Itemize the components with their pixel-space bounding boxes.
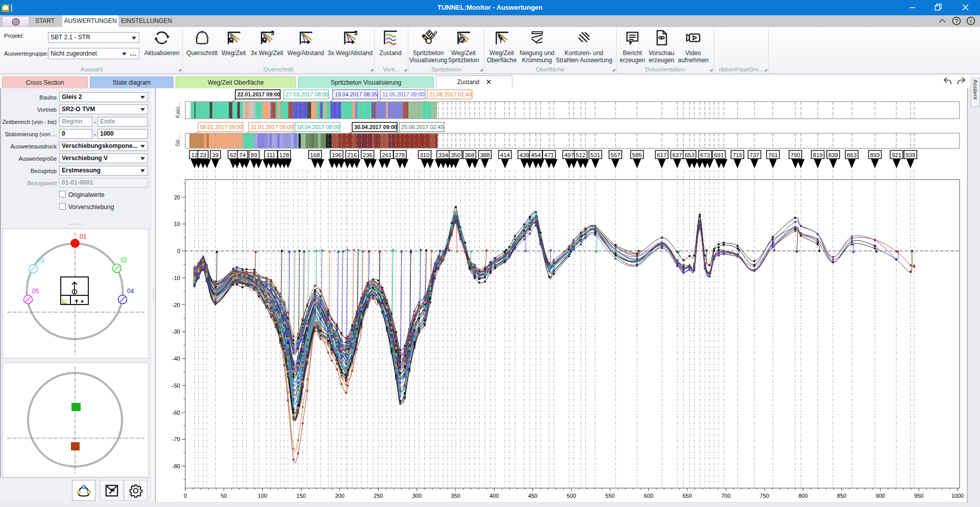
svg-text:Kalo...: Kalo... — [175, 102, 181, 118]
svg-text:-20: -20 — [172, 302, 180, 308]
svg-text:512: 512 — [576, 152, 585, 158]
svg-text:761: 761 — [768, 152, 778, 158]
svg-text:89: 89 — [251, 152, 257, 158]
svg-text:Str...: Str... — [175, 135, 181, 147]
svg-text:1000: 1000 — [951, 493, 964, 499]
svg-text:-30: -30 — [172, 328, 180, 335]
svg-text:25.06.2017 02:45: 25.06.2017 02:45 — [401, 124, 444, 130]
svg-text:939: 939 — [905, 152, 915, 158]
svg-text:11.05.2017 09:00: 11.05.2017 09:00 — [382, 91, 424, 97]
svg-text:100: 100 — [258, 493, 267, 499]
svg-text:863: 863 — [847, 152, 856, 158]
svg-text:-70: -70 — [172, 436, 180, 442]
svg-text:300: 300 — [412, 493, 422, 499]
svg-text:01: 01 — [80, 233, 87, 240]
svg-text:388: 388 — [480, 152, 489, 158]
svg-text:261: 261 — [382, 152, 391, 158]
svg-text:900: 900 — [876, 493, 885, 499]
svg-text:236: 236 — [363, 152, 373, 158]
svg-text:310: 310 — [420, 152, 429, 158]
svg-text:3: 3 — [354, 29, 357, 37]
svg-text:750: 750 — [760, 493, 769, 499]
svg-text:550: 550 — [605, 493, 615, 499]
svg-text:531: 531 — [591, 152, 600, 158]
svg-text:497: 497 — [564, 152, 574, 158]
svg-text:-40: -40 — [172, 356, 180, 362]
svg-text:600: 600 — [644, 493, 653, 499]
svg-text:414: 414 — [500, 152, 510, 158]
svg-text:31.01.2017 09:00: 31.01.2017 09:00 — [251, 124, 293, 130]
svg-text:50: 50 — [220, 493, 227, 499]
svg-text:715: 715 — [732, 152, 742, 158]
svg-text:03: 03 — [37, 257, 44, 264]
svg-text:74: 74 — [239, 152, 246, 158]
svg-text:673: 673 — [700, 152, 710, 158]
svg-text:557: 557 — [610, 152, 620, 158]
svg-text:839: 839 — [828, 152, 838, 158]
svg-text:850: 850 — [837, 493, 846, 499]
svg-text:-80: -80 — [172, 463, 180, 469]
svg-text:278: 278 — [395, 152, 405, 158]
svg-text:350: 350 — [451, 152, 460, 158]
svg-text:18.04.2017 08:00: 18.04.2017 08:00 — [297, 124, 339, 130]
svg-text:21.06.2017 01:43: 21.06.2017 01:43 — [429, 91, 472, 97]
svg-text:02: 02 — [120, 257, 128, 264]
svg-text:691: 691 — [714, 152, 724, 158]
svg-text:-10: -10 — [172, 275, 180, 281]
svg-text:0: 0 — [184, 493, 187, 499]
svg-text:790: 790 — [791, 152, 800, 158]
svg-text:150: 150 — [297, 493, 306, 499]
svg-text:800: 800 — [798, 493, 807, 499]
svg-text:585: 585 — [632, 152, 642, 158]
svg-text:30.04.2017 09:00: 30.04.2017 09:00 — [354, 124, 397, 130]
svg-text:250: 250 — [374, 493, 383, 499]
svg-text:62: 62 — [230, 152, 236, 158]
svg-text:20: 20 — [174, 194, 180, 200]
svg-text:@: @ — [13, 19, 18, 24]
svg-text:0: 0 — [177, 248, 180, 254]
svg-text:921: 921 — [892, 152, 901, 158]
svg-text:637: 637 — [672, 152, 682, 158]
svg-text:39: 39 — [212, 152, 219, 158]
svg-text:617: 617 — [657, 152, 667, 158]
svg-text:500: 500 — [567, 493, 576, 499]
svg-text:04: 04 — [127, 288, 134, 295]
svg-text:200: 200 — [335, 493, 344, 499]
svg-text:653: 653 — [684, 152, 694, 158]
svg-text:08.01.2017 09:00: 08.01.2017 09:00 — [200, 124, 242, 130]
svg-text:128: 128 — [279, 152, 289, 158]
svg-text:950: 950 — [914, 493, 923, 499]
svg-text:893: 893 — [870, 152, 880, 158]
svg-text:439: 439 — [520, 152, 529, 158]
svg-text:3: 3 — [271, 29, 274, 37]
svg-text:368: 368 — [464, 152, 474, 158]
svg-text:22.01.2017 09:00: 22.01.2017 09:00 — [237, 91, 280, 97]
svg-text:10: 10 — [174, 221, 180, 227]
svg-text:-60: -60 — [172, 410, 180, 416]
svg-text:454: 454 — [531, 152, 541, 158]
svg-text:23: 23 — [200, 152, 206, 158]
svg-text:196: 196 — [332, 152, 341, 158]
svg-text:700: 700 — [721, 493, 730, 499]
svg-text:111: 111 — [266, 152, 275, 158]
svg-text:i: i — [970, 18, 972, 24]
svg-text:-50: -50 — [172, 383, 180, 389]
svg-text:05: 05 — [32, 288, 39, 295]
svg-text:334: 334 — [438, 152, 449, 158]
svg-text:216: 216 — [347, 152, 357, 158]
svg-text:400: 400 — [489, 493, 499, 499]
svg-text:450: 450 — [528, 493, 537, 499]
svg-text:819: 819 — [813, 152, 823, 158]
svg-text:12: 12 — [191, 152, 198, 158]
svg-text:350: 350 — [451, 493, 460, 499]
svg-text:471: 471 — [544, 152, 554, 158]
svg-text:?: ? — [955, 18, 958, 24]
svg-text:168: 168 — [310, 152, 320, 158]
svg-text:27.03.2017 08:00: 27.03.2017 08:00 — [286, 91, 328, 97]
svg-text:19.04.2017 08:35: 19.04.2017 08:35 — [335, 91, 377, 97]
svg-text:650: 650 — [682, 493, 692, 499]
svg-text:737: 737 — [750, 152, 760, 158]
